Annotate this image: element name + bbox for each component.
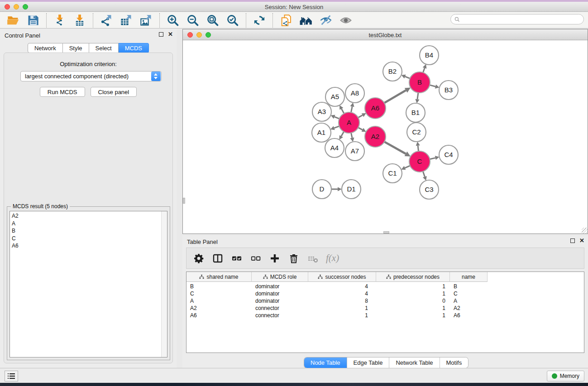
open-session-icon[interactable] [6, 14, 20, 27]
column-header-shared-name[interactable]: shared name [186, 272, 252, 282]
table-cell: dominator [252, 297, 308, 305]
edge-A6-B[interactable] [384, 91, 406, 103]
table-cell: dominator [252, 283, 308, 290]
duplicate-network-icon[interactable] [279, 14, 293, 27]
graph-node-label: C2 [412, 128, 421, 136]
task-history-button[interactable] [5, 371, 18, 381]
float-table-panel-icon[interactable] [570, 238, 575, 243]
zoom-selected-icon[interactable] [226, 14, 239, 27]
column-header-MCDS-role[interactable]: MCDS role [252, 272, 308, 282]
mcds-result-list[interactable]: A2ABCA6 [10, 211, 167, 357]
table-row[interactable]: Bdominator41B [186, 283, 584, 290]
table-panel-header: Table Panel ✕ [182, 235, 588, 247]
column-header-successor-nodes[interactable]: successor nodes [308, 272, 376, 282]
left-scroll-handle[interactable] [183, 198, 185, 204]
mcds-result-item[interactable]: B [12, 227, 160, 235]
columns-icon[interactable] [212, 253, 224, 264]
zoom-in-icon[interactable] [166, 14, 180, 27]
eye-icon[interactable] [339, 14, 353, 27]
tab-node-table[interactable]: Node Table [304, 357, 347, 368]
table-row[interactable]: A2connector11A2 [186, 305, 584, 312]
tab-network[interactable]: Network [28, 43, 63, 53]
column-type-icon [386, 274, 391, 279]
edge-arrowhead-icon [415, 99, 419, 104]
graph-node-label: A8 [351, 89, 359, 97]
mcds-result-item[interactable]: A2 [12, 212, 160, 220]
network-window-titlebar[interactable]: testGlobe.txt [183, 29, 588, 40]
criterion-value: largest connected component (directed) [21, 73, 151, 80]
column-header-predecessor-nodes[interactable]: predecessor nodes [376, 272, 450, 282]
tab-edge-table[interactable]: Edge Table [347, 357, 389, 368]
mcds-result-item[interactable]: C [12, 235, 160, 243]
result-scrollbar[interactable] [161, 211, 167, 357]
home-icon[interactable] [299, 14, 313, 27]
export-image-icon[interactable] [139, 14, 153, 27]
edge-A-A8[interactable] [351, 106, 353, 112]
search-field[interactable] [450, 14, 584, 24]
close-panel-icon[interactable]: ✕ [168, 32, 173, 37]
import-table-icon[interactable] [73, 14, 86, 27]
column-header-name[interactable]: name [450, 272, 488, 282]
mcds-result-item[interactable]: A6 [12, 242, 160, 250]
node-table[interactable]: shared name MCDS role successor nodes pr… [186, 272, 584, 353]
edge-A-A1[interactable] [334, 126, 339, 128]
hide-eye-icon[interactable] [319, 14, 333, 27]
table-cell: 1 [376, 312, 450, 319]
table-header-row: shared name MCDS role successor nodes pr… [186, 272, 488, 282]
edge-A-A3[interactable] [335, 117, 339, 119]
save-session-icon[interactable] [26, 14, 40, 27]
edge-B-B3[interactable] [430, 85, 435, 86]
deselect-all-icon[interactable] [250, 253, 262, 264]
export-network-icon[interactable] [100, 14, 113, 27]
run-mcds-button[interactable]: Run MCDS [40, 87, 85, 97]
table-row[interactable]: Cdominator41C [186, 290, 584, 297]
edge-B-B4[interactable] [423, 68, 425, 72]
edge-A-A5[interactable] [341, 109, 344, 113]
table-row[interactable]: A6connector11A6 [186, 312, 584, 319]
edge-A-A7[interactable] [351, 133, 352, 138]
tab-style[interactable]: Style [63, 43, 89, 53]
edge-C-C2[interactable] [418, 146, 418, 151]
select-all-icon[interactable] [231, 253, 243, 264]
column-header-label: name [462, 274, 475, 280]
zoom-fit-icon[interactable] [206, 14, 220, 27]
mcds-result-item[interactable]: A [12, 220, 160, 228]
bottom-scroll-handle[interactable] [383, 231, 389, 234]
zoom-out-icon[interactable] [186, 14, 200, 27]
tab-motifs[interactable]: Motifs [440, 357, 468, 368]
graph-node-label: B1 [411, 109, 420, 116]
edge-A-A6[interactable] [358, 115, 363, 117]
graph-node-label: A1 [317, 129, 325, 136]
tab-select[interactable]: Select [89, 43, 119, 53]
resize-grip-icon[interactable] [582, 228, 588, 234]
search-input[interactable] [462, 16, 580, 23]
table-cell: connector [252, 305, 308, 312]
add-column-icon[interactable] [269, 253, 281, 264]
edge-C-C1[interactable] [405, 166, 410, 168]
table-cell: 1 [376, 283, 450, 290]
import-network-icon[interactable] [53, 14, 67, 27]
table-row[interactable]: Adominator80A [186, 297, 584, 305]
close-panel-button[interactable]: Close panel [91, 87, 137, 97]
tab-network-table[interactable]: Network Table [389, 357, 439, 368]
gear-icon[interactable] [193, 253, 205, 264]
toolbar-group [160, 14, 246, 27]
graph-node-label: A4 [330, 144, 339, 152]
network-canvas[interactable]: AA1A3A5A8A4A7A6A2BB1B2B4B3CC1C2C3C4DD1 [183, 40, 588, 234]
edge-A-A4[interactable] [341, 132, 344, 136]
tab-mcds[interactable]: MCDS [119, 43, 149, 53]
memory-button[interactable]: Memory [547, 371, 584, 381]
refresh-icon[interactable] [253, 14, 266, 27]
memory-label: Memory [560, 373, 579, 379]
edge-B-B2[interactable] [405, 76, 410, 78]
delete-column-icon[interactable] [288, 253, 300, 264]
criterion-dropdown[interactable]: largest connected component (directed) [20, 71, 162, 81]
export-table-icon[interactable] [120, 14, 133, 27]
edge-A-A2[interactable] [358, 128, 362, 130]
edge-B-B1[interactable] [417, 93, 418, 99]
edge-C-C4[interactable] [430, 158, 435, 159]
close-table-panel-icon[interactable]: ✕ [579, 238, 584, 243]
float-panel-icon[interactable] [159, 32, 163, 37]
edge-C-C3[interactable] [423, 172, 425, 177]
edge-A2-C[interactable] [384, 142, 406, 154]
